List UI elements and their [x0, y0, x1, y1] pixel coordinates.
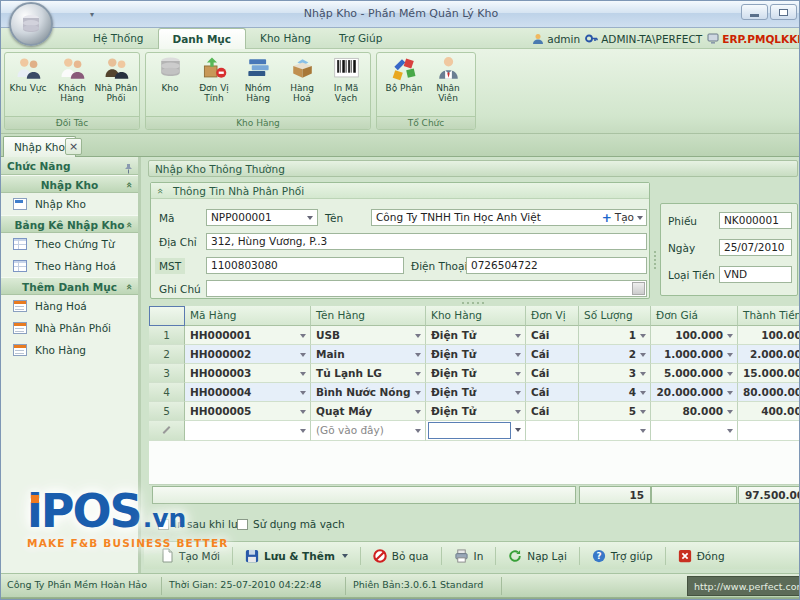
table-row[interactable]: 5 HH000005 Quạt Máy Điện Tử Cái 5 80.000… — [149, 402, 800, 421]
new-row-placeholder[interactable]: (Gõ vào đây) — [311, 421, 426, 441]
quick-access-dropdown[interactable]: ▾ — [85, 8, 99, 21]
close-button[interactable]: Đóng — [669, 546, 734, 566]
tab-he-thong[interactable]: Hệ Thống — [79, 28, 158, 49]
totals-empty-cell — [651, 486, 737, 504]
application-menu-orb[interactable] — [9, 2, 53, 46]
ribbon-group-to-chuc: Bộ Phận Nhân Viên Tổ Chức — [376, 52, 476, 130]
status-url[interactable]: http://www.perfect.com.vn — [687, 576, 800, 596]
product-group-icon — [245, 55, 272, 82]
ribbon-button-bo-phan[interactable]: Bộ Phận — [382, 55, 426, 93]
help-button[interactable]: ? Trợ giúp — [583, 546, 662, 566]
tao-button[interactable]: + Tạo — [602, 211, 643, 224]
column-header-don-vi[interactable]: Đơn Vị — [526, 306, 579, 326]
sidebar-title: Chức Năng — [1, 157, 138, 175]
reload-button[interactable]: Nạp Lại — [499, 546, 576, 566]
vertical-splitter[interactable] — [652, 232, 657, 287]
server-segment: ERP.PMQLKKHO — [707, 33, 800, 45]
sidebar-section-nhap-kho[interactable]: Nhập Kho« — [1, 175, 138, 193]
close-document-icon[interactable]: × — [65, 138, 82, 155]
tab-kho-hang[interactable]: Kho Hàng — [246, 28, 325, 49]
sidebar-item-theo-chung-tu[interactable]: Theo Chứng Từ — [1, 233, 138, 255]
user-icon — [532, 33, 544, 45]
supplier-groupbox-header[interactable]: « Thông Tin Nhà Phân Phối — [151, 183, 649, 199]
ribbon-tab-row: Hệ Thống Danh Mục Kho Hàng Trợ Giúp admi… — [1, 28, 800, 49]
main-panel: Nhập Kho Thông Thường « Thông Tin Nhà Ph… — [144, 157, 800, 573]
logo-dot — [31, 495, 39, 503]
divider — [360, 547, 361, 565]
ribbon-button-nhan-vien[interactable]: Nhân Viên — [426, 55, 470, 103]
sidebar-item-nha-phan-phoi[interactable]: Nhà Phân Phối — [1, 317, 138, 339]
tab-tro-giup[interactable]: Trợ Giúp — [325, 28, 396, 49]
divider — [665, 547, 666, 565]
ribbon-button-nhom-hang[interactable]: Nhóm Hàng — [236, 55, 280, 103]
employee-icon — [435, 55, 462, 82]
row-selector-header[interactable] — [149, 306, 185, 326]
ribbon-button-in-ma-vach[interactable]: In Mã Vạch — [324, 55, 368, 103]
column-header-kho-hang[interactable]: Kho Hàng — [426, 306, 526, 326]
list-icon — [13, 322, 27, 334]
ten-label: Tên — [325, 210, 343, 226]
sidebar-item-kho-hang[interactable]: Kho Hàng — [1, 339, 138, 361]
column-header-don-gia[interactable]: Đơn Giá — [651, 306, 738, 326]
table-row[interactable]: 3 HH000003 Tủ Lạnh LG Điện Tử Cái 3 5.00… — [149, 364, 800, 383]
new-row-kho-combo[interactable] — [426, 421, 526, 441]
save-and-add-button[interactable]: Lưu & Thêm — [236, 546, 357, 566]
new-entry-row[interactable]: (Gõ vào đây) — [149, 421, 800, 441]
ribbon-group-label: Đối Tác — [5, 116, 139, 129]
ribbon-button-nha-phan-phoi[interactable]: Nhà Phân Phối — [94, 55, 138, 103]
dien-thoai-input[interactable]: 0726504722 — [466, 257, 647, 274]
ghi-chu-label: Ghi Chú — [159, 281, 201, 297]
list-icon — [13, 300, 27, 312]
dia-chi-input[interactable]: 312, Hùng Vương, P..3 — [206, 233, 647, 250]
barcode-icon — [333, 55, 360, 82]
column-header-ma-hang[interactable]: Mã Hàng — [185, 306, 311, 326]
tab-danh-muc[interactable]: Danh Mục — [158, 28, 247, 49]
ma-combo[interactable]: NPP000001 — [206, 209, 318, 226]
loai-tien-input[interactable]: VND — [719, 266, 792, 283]
ribbon-group-label: Kho Hàng — [146, 116, 370, 129]
sidebar-section-them-danh-muc[interactable]: Thêm Danh Mục« — [1, 277, 138, 295]
table-row[interactable]: 2 HH000002 Main Điện Tử Cái 2 1.000.000 … — [149, 345, 800, 364]
table-row[interactable]: 1 HH000001 USB Điện Tử Cái 1 100.000 100… — [149, 326, 800, 345]
column-header-thanh-tien[interactable]: Thành Tiền — [738, 306, 800, 326]
plus-icon: + — [602, 212, 612, 224]
column-header-ten-hang[interactable]: Tên Hàng — [311, 306, 426, 326]
use-barcode-checkbox[interactable]: Sử dụng mã vạch — [237, 518, 345, 530]
ribbon-button-hang-hoa[interactable]: Hàng Hoá — [280, 55, 324, 103]
mst-input[interactable]: 1100803080 — [206, 257, 404, 274]
sidebar-section-bang-ke[interactable]: Bảng Kê Nhập Kho« — [1, 215, 138, 233]
ribbon-button-don-vi-tinh[interactable]: Đơn Vị Tính — [192, 55, 236, 103]
ribbon-button-khach-hang[interactable]: Khách Hàng — [50, 55, 94, 103]
mst-label: MST — [155, 258, 185, 274]
list-icon — [13, 344, 27, 356]
ngay-input[interactable]: 25/07/2010 — [719, 239, 792, 256]
sidebar-item-nhap-kho[interactable]: Nhập Kho — [1, 193, 138, 215]
divider — [161, 577, 162, 595]
ngay-label: Ngày — [668, 240, 695, 256]
column-header-so-luong[interactable]: Số Lượng — [579, 306, 651, 326]
pencil-icon — [163, 426, 171, 434]
ribbon-group-doi-tac: Khu Vực Khách Hàng Nhà Phân Phối — [4, 52, 140, 130]
table-row[interactable]: 4 HH000004 Bình Nước Nóng Điện Tử Cái 4 … — [149, 383, 800, 402]
ribbon-button-kho[interactable]: Kho — [148, 55, 192, 93]
divider — [501, 577, 502, 595]
ipos-logo-suffix: .vn — [143, 504, 187, 533]
ribbon-button-khu-vuc[interactable]: Khu Vực — [6, 55, 50, 93]
ghi-chu-input[interactable] — [206, 280, 647, 297]
print-button[interactable]: In — [445, 546, 493, 566]
cancel-button[interactable]: Bỏ qua — [364, 546, 438, 566]
chevron-down-icon — [637, 216, 643, 220]
new-row-marker — [149, 421, 185, 441]
expand-note-button[interactable] — [632, 282, 645, 295]
maximize-button[interactable] — [770, 4, 797, 20]
minimize-button[interactable] — [741, 4, 768, 20]
horizontal-splitter[interactable] — [144, 299, 800, 306]
sidebar-item-hang-hoa[interactable]: Hàng Hoá — [1, 295, 138, 317]
dien-thoai-label: Điện Thoại — [411, 258, 467, 274]
phieu-input[interactable]: NK000001 — [719, 212, 792, 229]
active-combo[interactable] — [428, 422, 511, 439]
key-icon — [585, 33, 598, 44]
divider — [345, 577, 346, 595]
ten-input[interactable]: Công Ty TNHH Tin Học Anh Việt + Tạo — [371, 209, 647, 226]
sidebar-item-theo-hang-hoa[interactable]: Theo Hàng Hoá — [1, 255, 138, 277]
